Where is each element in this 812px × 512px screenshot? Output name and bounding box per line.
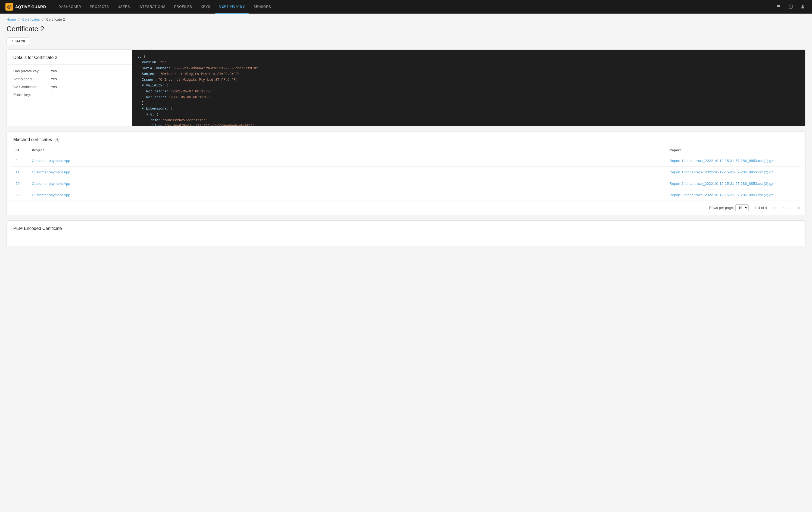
matched-table-wrapper: ID Project Report 2Customer payment AppR… xyxy=(7,145,805,201)
breadcrumb-sep-1: / xyxy=(19,18,20,22)
col-id: ID xyxy=(11,145,27,155)
row-id-link[interactable]: 20 xyxy=(16,181,20,186)
cell-report: Report 3 for cs-trace_2022-10-12-15-31-5… xyxy=(665,190,801,201)
json-line: Name: "subjectKeyIdentifier" xyxy=(138,118,800,123)
breadcrumb-sep-2: / xyxy=(42,18,44,22)
detail-value: Yes xyxy=(51,77,57,81)
pem-content xyxy=(7,235,805,246)
json-line: ∨: { xyxy=(138,54,800,60)
table-row: 11Customer payment AppReport 1 for cs-tr… xyxy=(11,167,801,178)
nav-items: DASHBOARDPROJECTSUSERSINTEGRATIONSPROFIL… xyxy=(54,0,775,13)
cell-id: 20 xyxy=(11,178,27,190)
row-id-link[interactable]: 2 xyxy=(16,159,18,163)
nav-item-keys[interactable]: KEYS xyxy=(197,0,215,13)
matched-count: (4) xyxy=(54,137,60,142)
json-line: Subject: "O=Internet Widgits Pty Ltd,ST=… xyxy=(138,72,800,77)
json-line: ∨ Validity: { xyxy=(138,83,800,89)
cell-report: Report 1 for cs-trace_2022-10-12-15-31-5… xyxy=(665,155,801,167)
detail-label: Has private key: xyxy=(13,69,49,73)
project-link[interactable]: Customer payment App xyxy=(32,193,70,197)
table-row: 29Customer payment AppReport 3 for cs-tr… xyxy=(11,190,801,201)
cell-id: 2 xyxy=(11,155,27,167)
info-icon[interactable] xyxy=(787,3,794,10)
table-row: 2Customer payment AppReport 1 for cs-tra… xyxy=(11,155,801,167)
prev-page-button[interactable]: ‹ xyxy=(781,204,785,211)
report-link[interactable]: Report 1 for cs-trace_2022-10-12-15-31-5… xyxy=(669,170,773,174)
breadcrumb-home[interactable]: Home xyxy=(6,18,16,22)
nav-item-certificates[interactable]: CERTIFICATES xyxy=(215,0,249,13)
report-link[interactable]: Report 2 for cs-trace_2022-10-12-15-31-5… xyxy=(669,181,773,186)
matched-certificates-card: Matched certificates (4) ID Project Repo… xyxy=(6,132,806,215)
nav-item-dashboard[interactable]: DASHBOARD xyxy=(54,0,85,13)
brand-name: AQTIVE GUARD xyxy=(15,5,46,9)
table-header-row: ID Project Report xyxy=(11,145,801,155)
breadcrumb-current: Certificate 2 xyxy=(46,18,65,22)
detail-row: Public key:1 xyxy=(13,93,125,97)
last-page-button[interactable]: ⇥ xyxy=(795,204,801,211)
detail-row: CA Certificate:Yes xyxy=(13,85,125,89)
json-line: } xyxy=(138,100,800,106)
nav-item-integrations[interactable]: INTEGRATIONS xyxy=(134,0,170,13)
row-id-link[interactable]: 11 xyxy=(16,170,20,174)
detail-value: Yes xyxy=(51,69,57,73)
report-link[interactable]: Report 1 for cs-trace_2022-10-12-15-31-5… xyxy=(669,159,773,163)
details-section-title: Details for Certificate 2 xyxy=(7,50,132,65)
json-line: Value: "04140c5f5d94eaf61a027e42a322bc69… xyxy=(138,123,800,126)
pem-title: PEM Encoded Certificate xyxy=(7,221,805,235)
back-button[interactable]: BACK xyxy=(6,37,30,45)
detail-row: Self-signed:Yes xyxy=(13,77,125,81)
project-link[interactable]: Customer payment App xyxy=(32,181,70,186)
nav-item-profiles[interactable]: PROFILES xyxy=(170,0,197,13)
user-icon[interactable] xyxy=(799,3,807,10)
col-project: Project xyxy=(27,145,665,155)
rows-per-page-label: Rows per page: xyxy=(709,206,734,210)
json-line: Serial number: "07989ca79ddab47796e185da… xyxy=(138,66,800,72)
details-fields: Has private key:YesSelf-signed:YesCA Cer… xyxy=(7,65,132,105)
cell-report: Report 1 for cs-trace_2022-10-12-15-31-5… xyxy=(665,167,801,178)
json-line: Not after: "2031-05-05 08:13:03" xyxy=(138,94,800,100)
pagination-bar: Rows per page: 10 25 50 1–4 of 4 ⇤ ‹ › ⇥ xyxy=(7,201,805,215)
cell-report: Report 2 for cs-trace_2022-10-12-15-31-5… xyxy=(665,178,801,190)
matched-table: ID Project Report 2Customer payment AppR… xyxy=(11,145,801,201)
json-line: ∨ 0: { xyxy=(138,112,800,118)
detail-label: CA Certificate: xyxy=(13,85,49,89)
breadcrumb-certificates[interactable]: Certificates xyxy=(22,18,40,22)
table-body: 2Customer payment AppReport 1 for cs-tra… xyxy=(11,155,801,201)
matched-title: Matched certificates xyxy=(13,137,52,142)
project-link[interactable]: Customer payment App xyxy=(32,170,70,174)
nav-item-users[interactable]: USERS xyxy=(113,0,134,13)
back-arrow-icon xyxy=(10,40,14,43)
cell-id: 29 xyxy=(11,190,27,201)
flag-icon[interactable] xyxy=(775,3,783,10)
public-key-link[interactable]: 1 xyxy=(51,93,53,97)
project-link[interactable]: Customer payment App xyxy=(32,159,70,163)
detail-value[interactable]: 1 xyxy=(51,93,53,97)
matched-section-header: Matched certificates (4) xyxy=(7,132,805,142)
detail-value: Yes xyxy=(51,85,57,89)
row-id-link[interactable]: 29 xyxy=(16,193,20,197)
cell-project: Customer payment App xyxy=(27,167,665,178)
table-header: ID Project Report xyxy=(11,145,801,155)
main-content: Details for Certificate 2 Has private ke… xyxy=(0,50,812,258)
pem-card: PEM Encoded Certificate xyxy=(6,220,806,246)
brand-logo[interactable]: AQTIVE GUARD xyxy=(5,3,46,10)
rows-per-page: Rows per page: 10 25 50 xyxy=(709,204,749,211)
nav-item-projects[interactable]: PROJECTS xyxy=(86,0,113,13)
first-page-button[interactable]: ⇤ xyxy=(772,204,778,211)
brand-icon xyxy=(5,3,13,10)
report-link[interactable]: Report 3 for cs-trace_2022-10-12-15-31-5… xyxy=(669,193,773,197)
next-page-button[interactable]: › xyxy=(788,204,792,211)
detail-label: Self-signed: xyxy=(13,77,49,81)
svg-point-5 xyxy=(802,5,804,7)
detail-row: Has private key:Yes xyxy=(13,69,125,73)
json-line: Issuer: "O=Internet Widgits Pty Ltd,ST=F… xyxy=(138,77,800,83)
nav-item-sensors[interactable]: SENSORS xyxy=(249,0,275,13)
json-line: Not before: "2021-05-07 08:13:03" xyxy=(138,89,800,94)
navbar: AQTIVE GUARD DASHBOARDPROJECTSUSERSINTEG… xyxy=(0,0,812,13)
details-left-panel: Details for Certificate 2 Has private ke… xyxy=(7,50,132,126)
rows-per-page-select[interactable]: 10 25 50 xyxy=(735,204,749,211)
cell-id: 11 xyxy=(11,167,27,178)
cell-project: Customer payment App xyxy=(27,178,665,190)
details-layout: Details for Certificate 2 Has private ke… xyxy=(7,50,805,126)
json-viewer[interactable]: ∨: {Version: "3"Serial number: "07989ca7… xyxy=(132,50,805,126)
